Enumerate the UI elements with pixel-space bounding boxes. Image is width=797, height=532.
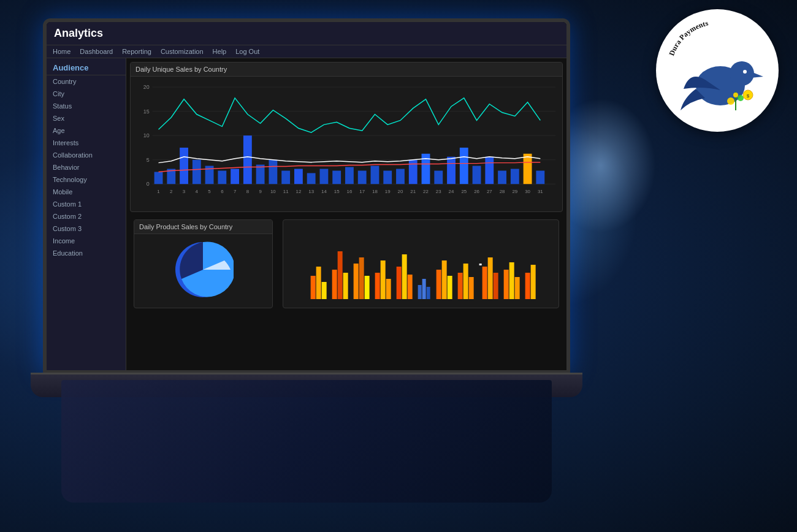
lbar8a: [457, 273, 462, 299]
lbar6b: [422, 279, 425, 299]
content-area: Daily Unique Sales by Country 20: [126, 58, 566, 370]
svg-text:1: 1: [157, 189, 159, 194]
nav-help[interactable]: Help: [213, 48, 227, 55]
sidebar-item-collaboration[interactable]: Collaboration: [47, 149, 126, 161]
nav-home[interactable]: Home: [53, 48, 71, 55]
svg-point-43: [730, 61, 754, 86]
svg-text:18: 18: [372, 189, 378, 194]
svg-text:5: 5: [208, 189, 211, 194]
lbar2c: [343, 273, 348, 299]
laptop-container: Analytics Home Dashboard Reporting Custo…: [31, 18, 595, 496]
sidebar-item-sex[interactable]: Sex: [47, 112, 126, 124]
lbar8b: [463, 264, 468, 299]
lbar1c: [321, 282, 326, 299]
lower-bar-chart-svg: [288, 239, 554, 300]
bar-day31: [536, 170, 544, 184]
svg-text:13: 13: [308, 189, 314, 194]
svg-text:3: 3: [183, 189, 186, 194]
bar-day16: [345, 167, 354, 184]
lbar2b: [337, 251, 342, 299]
bar-day23: [434, 170, 443, 184]
svg-text:19: 19: [385, 189, 391, 194]
bar-day11: [281, 170, 290, 184]
lbar11b: [530, 265, 535, 299]
bar-day3: [180, 148, 188, 184]
svg-text:4: 4: [196, 189, 199, 194]
pie-chart-svg: [172, 239, 234, 300]
svg-point-45: [743, 70, 747, 74]
nav-customization[interactable]: Customization: [161, 48, 204, 55]
lbar10a: [503, 270, 508, 299]
sidebar-item-city[interactable]: City: [47, 88, 126, 100]
nav-logout[interactable]: Log Out: [235, 48, 259, 55]
sidebar-item-status[interactable]: Status: [47, 100, 126, 112]
sidebar-item-custom1[interactable]: Custom 1: [47, 198, 126, 210]
lbar6c: [426, 287, 430, 299]
lbar10c: [514, 277, 519, 299]
nav-reporting[interactable]: Reporting: [122, 48, 151, 55]
svg-text:10: 10: [143, 132, 150, 139]
sidebar-item-technology[interactable]: Technology: [47, 173, 126, 186]
svg-text:8: 8: [246, 189, 250, 194]
bar-day4: [193, 160, 201, 184]
bar-day17: [358, 170, 367, 184]
svg-text:0: 0: [147, 181, 150, 187]
lower-bar-chart-body: [283, 234, 559, 308]
sidebar-item-age[interactable]: Age: [47, 124, 126, 137]
svg-text:6: 6: [221, 189, 224, 194]
upper-chart-container: Daily Unique Sales by Country 20: [130, 62, 563, 212]
svg-text:15: 15: [143, 108, 150, 115]
svg-text:$: $: [747, 93, 750, 99]
svg-text:16: 16: [347, 189, 353, 194]
svg-text:9: 9: [259, 189, 262, 194]
bar-day7: [231, 169, 239, 184]
sidebar-item-custom2[interactable]: Custom 2: [47, 210, 126, 222]
main-layout: Audience Country City Status Sex Age Int…: [47, 58, 566, 370]
sidebar-section-title: Audience: [47, 58, 126, 75]
sidebar: Audience Country City Status Sex Age Int…: [47, 58, 126, 370]
sidebar-item-education[interactable]: Education: [47, 247, 126, 259]
svg-text:22: 22: [423, 189, 429, 194]
lbar1a: [310, 276, 315, 299]
lbar1b: [316, 267, 321, 299]
laptop-keyboard: [61, 380, 552, 503]
upper-chart-title: Daily Unique Sales by Country: [131, 63, 562, 77]
sidebar-item-mobile[interactable]: Mobile: [47, 186, 126, 198]
svg-text:28: 28: [500, 189, 505, 194]
sidebar-item-income[interactable]: Income: [47, 235, 126, 247]
bar-day14: [320, 169, 329, 184]
lbar4b: [380, 260, 385, 299]
lbar2a: [332, 270, 337, 299]
bar-day27: [485, 157, 494, 184]
svg-point-47: [727, 97, 734, 105]
upper-chart-body: 20 15 10 5 0: [131, 77, 562, 211]
svg-text:20: 20: [143, 84, 150, 90]
bar-day15: [332, 170, 341, 184]
bar-day9: [256, 165, 265, 184]
lbar7b: [441, 260, 446, 299]
bar-day18: [371, 166, 379, 184]
laptop-screen-bezel: Analytics Home Dashboard Reporting Custo…: [43, 18, 570, 374]
analytics-header: Analytics: [47, 22, 566, 45]
pie-chart-body: [134, 234, 272, 305]
lbar8c: [468, 277, 473, 299]
svg-text:20: 20: [398, 189, 403, 194]
lbar3b: [359, 257, 364, 299]
sidebar-item-behavior[interactable]: Behavior: [47, 161, 126, 173]
lbar4c: [386, 279, 391, 299]
white-marker: [479, 264, 481, 265]
bar-day1: [154, 172, 163, 184]
bar-day13: [307, 173, 316, 184]
screen-content: Analytics Home Dashboard Reporting Custo…: [47, 22, 566, 370]
sidebar-item-country[interactable]: Country: [47, 75, 126, 88]
bar-day25: [460, 148, 468, 184]
sidebar-item-custom3[interactable]: Custom 3: [47, 222, 126, 235]
bar-day28: [498, 170, 506, 184]
nav-dashboard[interactable]: Dashboard: [80, 48, 113, 55]
svg-text:7: 7: [234, 189, 236, 194]
svg-text:25: 25: [461, 189, 467, 194]
logo-svg: Dura Payments $: [659, 12, 776, 129]
sidebar-item-interests[interactable]: Interests: [47, 137, 126, 149]
lbar9a: [482, 267, 487, 299]
lbar9b: [487, 257, 492, 299]
